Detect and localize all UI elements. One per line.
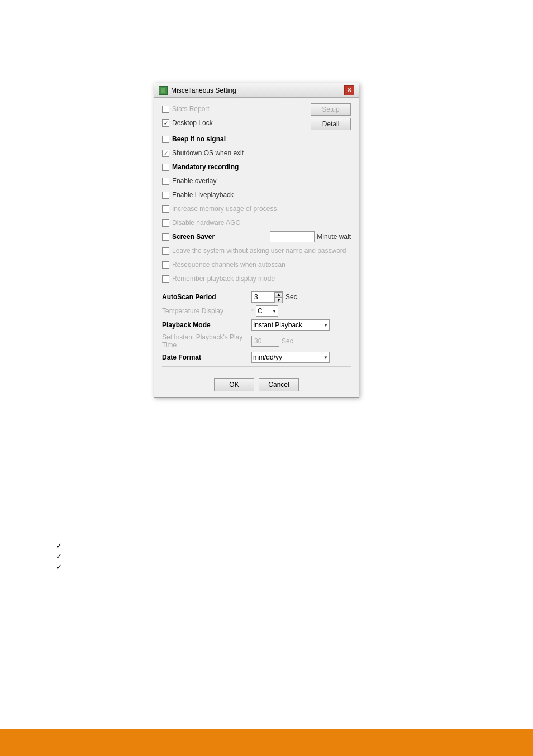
minute-wait-input[interactable] <box>270 231 315 242</box>
status-report-checkbox[interactable] <box>162 106 169 113</box>
playback-mode-dropdown-arrow: ▼ <box>323 323 328 328</box>
ok-button[interactable]: OK <box>214 378 254 391</box>
autoscan-spin-down[interactable]: ▼ <box>275 298 283 303</box>
dialog-title-text: Miscellaneous Setting <box>171 87 236 94</box>
screen-saver-label: Screen Saver <box>172 233 215 241</box>
instant-playback-time-row: Set Instant Playback's Play Time Sec. <box>162 333 351 349</box>
autoscan-period-control: 3 ▲ ▼ Sec. <box>251 291 299 303</box>
detail-button[interactable]: Detail <box>311 118 351 130</box>
close-button[interactable]: ✕ <box>344 85 354 95</box>
enable-liveplayback-row: Enable Liveplayback <box>162 189 351 200</box>
disable-hardware-agc-row: Disable hardware AGC <box>162 217 351 228</box>
divider-2 <box>162 366 351 367</box>
checkmark-1: ✓ <box>56 542 62 550</box>
date-format-dropdown[interactable]: mm/dd/yy ▼ <box>251 352 330 363</box>
remember-playback-label: Remember playback display mode <box>172 275 275 283</box>
playback-mode-label: Playback Mode <box>162 321 251 329</box>
date-format-selected: mm/dd/yy <box>253 353 323 361</box>
date-format-row: Date Format mm/dd/yy ▼ <box>162 352 351 363</box>
checkmark-item-1: ✓ <box>56 542 65 550</box>
enable-overlay-row: Enable overlay <box>162 175 351 186</box>
screen-saver-row: Screen Saver Minute wait <box>162 231 351 242</box>
date-format-label: Date Format <box>162 353 251 361</box>
checkmark-2: ✓ <box>56 552 62 561</box>
beep-no-signal-checkbox[interactable] <box>162 136 169 143</box>
date-format-control: mm/dd/yy ▼ <box>251 352 330 363</box>
autoscan-spin-up[interactable]: ▲ <box>275 292 283 298</box>
autoscan-period-label: AutoScan Period <box>162 293 251 301</box>
screen-saver-left: Screen Saver <box>162 233 270 241</box>
increase-memory-checkbox[interactable] <box>162 205 169 213</box>
svg-rect-1 <box>161 88 165 93</box>
mandatory-recording-row: Mandatory recording <box>162 161 351 173</box>
dialog-titlebar: Miscellaneous Setting ✕ <box>154 83 359 98</box>
resequence-channels-checkbox[interactable] <box>162 261 169 269</box>
instant-playback-time-unit: Sec. <box>282 337 295 345</box>
desktop-lock-label: Desktop Lock <box>172 119 213 127</box>
beep-no-signal-label: Beep if no signal <box>172 135 226 143</box>
setup-detail-buttons: Setup Detail <box>311 103 351 130</box>
increase-memory-row: Increase memory usage of process <box>162 203 351 214</box>
remember-playback-checkbox[interactable] <box>162 275 169 283</box>
screen-saver-right: Minute wait <box>270 231 351 242</box>
disable-hardware-agc-checkbox[interactable] <box>162 219 169 227</box>
date-format-dropdown-arrow: ▼ <box>323 355 328 360</box>
shutdown-os-label: Shutdown OS when exit <box>172 149 244 157</box>
playback-mode-dropdown[interactable]: Instant Playback ▼ <box>251 319 330 331</box>
screen-saver-checkbox[interactable] <box>162 233 169 241</box>
checkmarks-section: ✓ ✓ ✓ <box>56 542 65 573</box>
playback-mode-selected: Instant Playback <box>253 321 323 329</box>
checkmark-item-3: ✓ <box>56 563 65 571</box>
instant-playback-time-label: Set Instant Playback's Play Time <box>162 333 251 349</box>
dialog-body: Stats Report Desktop Lock Setup Detail B… <box>154 98 359 397</box>
miscellaneous-setting-dialog: Miscellaneous Setting ✕ Stats Report Des… <box>154 83 359 398</box>
temperature-selected: C <box>258 307 272 315</box>
remember-playback-row: Remember playback display mode <box>162 273 351 284</box>
instant-playback-time-input[interactable] <box>251 336 279 347</box>
shutdown-os-row: Shutdown OS when exit <box>162 147 351 159</box>
status-report-label: Stats Report <box>172 105 210 113</box>
cancel-button[interactable]: Cancel <box>259 378 299 391</box>
enable-overlay-checkbox[interactable] <box>162 178 169 185</box>
ok-cancel-row: OK Cancel <box>162 374 351 391</box>
checkmark-item-2: ✓ <box>56 552 65 561</box>
resequence-channels-label: Resequence channels when autoscan <box>172 261 285 269</box>
mandatory-recording-checkbox[interactable] <box>162 164 169 171</box>
increase-memory-label: Increase memory usage of process <box>172 205 277 213</box>
autoscan-period-row: AutoScan Period 3 ▲ ▼ Sec. <box>162 291 351 303</box>
dialog-title-left: Miscellaneous Setting <box>159 86 236 95</box>
leave-system-checkbox[interactable] <box>162 247 169 255</box>
checkmark-3: ✓ <box>56 563 62 571</box>
mandatory-recording-label: Mandatory recording <box>172 163 239 171</box>
temperature-display-label: Temperature Display <box>162 307 251 315</box>
bottom-bar <box>0 729 533 756</box>
enable-liveplayback-label: Enable Liveplayback <box>172 191 234 199</box>
shutdown-os-checkbox[interactable] <box>162 150 169 157</box>
desktop-lock-checkbox[interactable] <box>162 119 169 127</box>
disable-hardware-agc-label: Disable hardware AGC <box>172 219 240 227</box>
desktop-lock-row: Desktop Lock <box>162 117 306 128</box>
playback-mode-row: Playback Mode Instant Playback ▼ <box>162 319 351 331</box>
enable-overlay-label: Enable overlay <box>172 177 216 185</box>
minute-wait-label: Minute wait <box>317 233 351 241</box>
resequence-channels-row: Resequence channels when autoscan <box>162 259 351 270</box>
enable-liveplayback-checkbox[interactable] <box>162 192 169 199</box>
autoscan-value: 3 <box>252 292 274 302</box>
leave-system-row: Leave the system without asking user nam… <box>162 245 351 256</box>
temperature-display-row: Temperature Display ° C ▼ <box>162 305 351 317</box>
dialog-icon <box>159 86 168 95</box>
temperature-display-control: ° C ▼ <box>251 305 278 317</box>
degree-symbol: ° <box>251 308 254 314</box>
temperature-dropdown[interactable]: C ▼ <box>256 305 278 317</box>
status-report-row: Stats Report <box>162 103 306 114</box>
setup-button[interactable]: Setup <box>311 103 351 116</box>
autoscan-unit: Sec. <box>285 293 299 301</box>
instant-playback-time-control: Sec. <box>251 336 295 347</box>
leave-system-label: Leave the system without asking user nam… <box>172 247 346 255</box>
temperature-dropdown-arrow: ▼ <box>272 309 277 314</box>
beep-no-signal-row: Beep if no signal <box>162 133 351 145</box>
playback-mode-control: Instant Playback ▼ <box>251 319 330 331</box>
divider-1 <box>162 288 351 288</box>
